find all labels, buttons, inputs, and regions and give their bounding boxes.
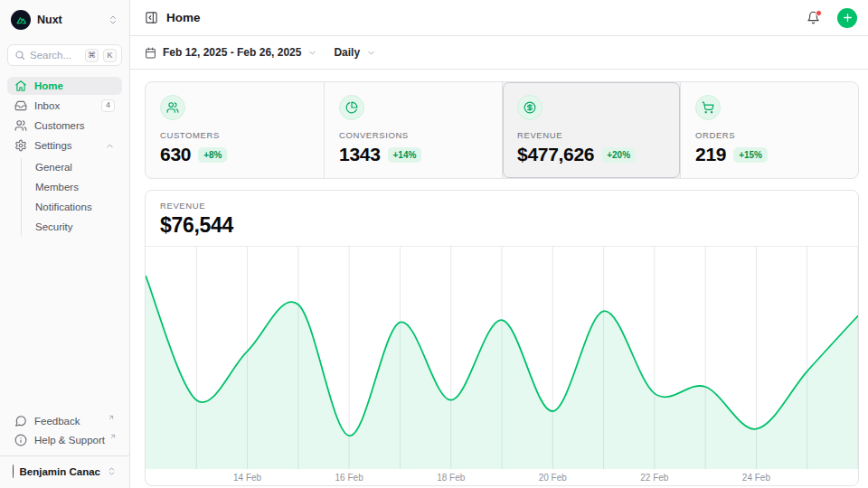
- kbd-cmd: ⌘: [85, 49, 99, 62]
- user-name: Benjamin Canac: [20, 466, 100, 477]
- chevrons-up-down-icon: [107, 466, 117, 476]
- circle-dollar-icon: [517, 95, 542, 120]
- notification-dot: [816, 10, 822, 16]
- sidebar-item-notifications[interactable]: Notifications: [32, 198, 122, 216]
- stat-label: CONVERSIONS: [339, 130, 487, 140]
- sidebar-item-security[interactable]: Security: [32, 218, 122, 236]
- chevron-down-icon: [366, 48, 376, 58]
- page-title: Home: [166, 11, 798, 24]
- stat-card-conversions[interactable]: CONVERSIONS 1343 +14%: [324, 82, 502, 178]
- plus-icon: [842, 12, 854, 23]
- sidebar: Nuxt ⌘ K Home Inbox 4: [0, 0, 130, 488]
- team-selector[interactable]: Nuxt: [7, 7, 122, 33]
- notifications-button[interactable]: [807, 11, 820, 24]
- interval-select[interactable]: Daily: [334, 46, 376, 59]
- chevron-down-icon: [307, 48, 317, 58]
- stat-value: 630: [160, 144, 191, 165]
- sidebar-item-label: Home: [34, 80, 115, 91]
- inbox-count-badge: 4: [101, 99, 115, 112]
- sidebar-item-help-support[interactable]: Help & Support: [7, 430, 122, 449]
- content: CUSTOMERS 630 +8% CONVERSIONS 1343 +14%: [130, 70, 868, 488]
- sidebar-item-label: Inbox: [34, 100, 94, 111]
- x-axis-tick-label: 14 Feb: [228, 473, 268, 483]
- stat-delta-badge: +14%: [388, 147, 422, 163]
- avatar: [13, 465, 14, 478]
- revenue-chart-svg: [146, 247, 858, 469]
- users-icon: [160, 95, 185, 120]
- sidebar-item-general[interactable]: General: [32, 158, 122, 176]
- stat-label: REVENUE: [517, 130, 665, 140]
- sidebar-item-home[interactable]: Home: [7, 77, 122, 95]
- stat-card-orders[interactable]: ORDERS 219 +15%: [680, 82, 858, 178]
- info-circle-icon: [14, 434, 27, 446]
- chart-metric-label: REVENUE: [160, 201, 844, 211]
- stat-value: $477,626: [517, 144, 594, 165]
- x-axis-tick-label: 22 Feb: [635, 473, 675, 483]
- sidebar-item-inbox[interactable]: Inbox 4: [7, 97, 122, 115]
- stat-card-customers[interactable]: CUSTOMERS 630 +8%: [146, 82, 324, 178]
- add-button[interactable]: [837, 8, 857, 28]
- sidebar-spacer: [7, 238, 122, 411]
- date-range-picker[interactable]: Feb 12, 2025 - Feb 26, 2025: [145, 46, 317, 59]
- message-circle-icon: [14, 415, 27, 427]
- x-axis-tick-label: 16 Feb: [329, 473, 369, 483]
- gear-icon: [14, 139, 27, 152]
- stat-value: 219: [695, 144, 726, 165]
- date-range-value: Feb 12, 2025 - Feb 26, 2025: [163, 46, 301, 59]
- chart-x-axis: 14 Feb16 Feb18 Feb20 Feb22 Feb24 Feb: [146, 469, 858, 485]
- stat-card-revenue[interactable]: REVENUE $477,626 +20%: [502, 82, 680, 178]
- home-icon: [14, 80, 27, 92]
- chart-metric-value: $76,544: [160, 213, 844, 238]
- sidebar-item-label: Customers: [34, 120, 115, 131]
- revenue-area-chart[interactable]: [146, 247, 858, 469]
- settings-subnav: General Members Notifications Security: [21, 158, 122, 236]
- kbd-k: K: [103, 49, 117, 62]
- users-icon: [14, 119, 27, 132]
- chevron-up-icon: [105, 141, 115, 151]
- x-axis-tick-label: 24 Feb: [736, 473, 776, 483]
- sidebar-item-label: Help & Support: [34, 435, 105, 446]
- sidebar-item-settings[interactable]: Settings: [7, 136, 122, 155]
- search-input-wrap[interactable]: ⌘ K: [7, 44, 122, 66]
- search-input[interactable]: [30, 50, 80, 61]
- stat-delta-badge: +20%: [601, 147, 636, 163]
- inbox-icon: [14, 99, 27, 112]
- sidebar-item-members[interactable]: Members: [32, 178, 122, 196]
- external-link-icon: [108, 414, 115, 421]
- shopping-cart-icon: [695, 95, 721, 120]
- collapse-sidebar-icon[interactable]: [145, 11, 158, 24]
- sidebar-item-customers[interactable]: Customers: [7, 117, 122, 135]
- stats-strip: CUSTOMERS 630 +8% CONVERSIONS 1343 +14%: [145, 81, 859, 179]
- x-axis-tick-label: 18 Feb: [431, 473, 471, 483]
- stat-label: CUSTOMERS: [160, 130, 309, 140]
- sidebar-nav: Home Inbox 4 Customers Settings Ge: [7, 77, 122, 238]
- main-area: Home Feb 12, 2025 - Feb 26, 2025 Daily: [130, 0, 868, 488]
- sidebar-item-label: Feedback: [34, 416, 103, 427]
- nuxt-logo-icon: [11, 10, 31, 30]
- chart-header: REVENUE $76,544: [146, 191, 858, 247]
- team-name: Nuxt: [37, 14, 101, 26]
- pie-chart-icon: [339, 95, 364, 120]
- sidebar-divider: [0, 455, 129, 456]
- stat-value: 1343: [339, 144, 381, 165]
- sidebar-item-label: Settings: [34, 140, 98, 151]
- search-icon: [14, 50, 25, 61]
- revenue-chart-card: REVENUE $76,544 14 Feb16 Feb18 Feb20 Feb…: [145, 190, 859, 486]
- calendar-icon: [145, 47, 156, 59]
- stat-delta-badge: +15%: [733, 147, 768, 163]
- stat-delta-badge: +8%: [198, 147, 227, 163]
- user-menu[interactable]: Benjamin Canac: [7, 462, 122, 481]
- sidebar-item-feedback[interactable]: Feedback: [7, 411, 122, 430]
- stat-label: ORDERS: [695, 130, 844, 140]
- page-header: Home: [130, 0, 868, 36]
- external-link-icon: [109, 433, 117, 440]
- filters-toolbar: Feb 12, 2025 - Feb 26, 2025 Daily: [130, 36, 868, 70]
- chevrons-up-down-icon: [108, 14, 118, 25]
- interval-value: Daily: [334, 46, 360, 59]
- x-axis-tick-label: 20 Feb: [533, 473, 572, 483]
